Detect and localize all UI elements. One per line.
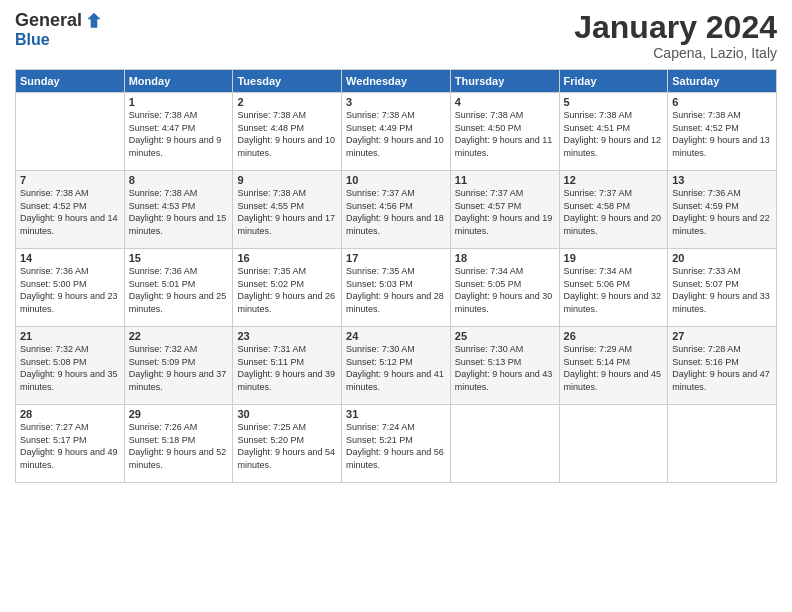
day-number: 29 xyxy=(129,408,229,420)
header: General Blue January 2024 Capena, Lazio,… xyxy=(15,10,777,61)
day-number: 16 xyxy=(237,252,337,264)
day-number: 17 xyxy=(346,252,446,264)
day-info: Sunrise: 7:38 AMSunset: 4:53 PMDaylight:… xyxy=(129,187,229,237)
day-info: Sunrise: 7:32 AMSunset: 5:08 PMDaylight:… xyxy=(20,343,120,393)
day-number: 10 xyxy=(346,174,446,186)
day-cell: 28Sunrise: 7:27 AMSunset: 5:17 PMDayligh… xyxy=(16,405,125,483)
week-row-4: 28Sunrise: 7:27 AMSunset: 5:17 PMDayligh… xyxy=(16,405,777,483)
day-info: Sunrise: 7:37 AMSunset: 4:57 PMDaylight:… xyxy=(455,187,555,237)
day-number: 6 xyxy=(672,96,772,108)
day-cell: 19Sunrise: 7:34 AMSunset: 5:06 PMDayligh… xyxy=(559,249,668,327)
day-cell: 27Sunrise: 7:28 AMSunset: 5:16 PMDayligh… xyxy=(668,327,777,405)
logo-general: General xyxy=(15,10,82,31)
day-info: Sunrise: 7:36 AMSunset: 5:00 PMDaylight:… xyxy=(20,265,120,315)
day-cell: 3Sunrise: 7:38 AMSunset: 4:49 PMDaylight… xyxy=(342,93,451,171)
month-title: January 2024 xyxy=(574,10,777,45)
day-info: Sunrise: 7:28 AMSunset: 5:16 PMDaylight:… xyxy=(672,343,772,393)
day-cell: 14Sunrise: 7:36 AMSunset: 5:00 PMDayligh… xyxy=(16,249,125,327)
header-saturday: Saturday xyxy=(668,70,777,93)
header-row: Sunday Monday Tuesday Wednesday Thursday… xyxy=(16,70,777,93)
day-info: Sunrise: 7:38 AMSunset: 4:49 PMDaylight:… xyxy=(346,109,446,159)
day-info: Sunrise: 7:34 AMSunset: 5:05 PMDaylight:… xyxy=(455,265,555,315)
day-cell: 17Sunrise: 7:35 AMSunset: 5:03 PMDayligh… xyxy=(342,249,451,327)
calendar-table: Sunday Monday Tuesday Wednesday Thursday… xyxy=(15,69,777,483)
day-number: 2 xyxy=(237,96,337,108)
header-tuesday: Tuesday xyxy=(233,70,342,93)
day-number: 27 xyxy=(672,330,772,342)
day-cell: 22Sunrise: 7:32 AMSunset: 5:09 PMDayligh… xyxy=(124,327,233,405)
day-cell: 29Sunrise: 7:26 AMSunset: 5:18 PMDayligh… xyxy=(124,405,233,483)
location: Capena, Lazio, Italy xyxy=(574,45,777,61)
day-cell: 9Sunrise: 7:38 AMSunset: 4:55 PMDaylight… xyxy=(233,171,342,249)
day-cell: 4Sunrise: 7:38 AMSunset: 4:50 PMDaylight… xyxy=(450,93,559,171)
day-number: 31 xyxy=(346,408,446,420)
day-info: Sunrise: 7:38 AMSunset: 4:52 PMDaylight:… xyxy=(20,187,120,237)
day-number: 19 xyxy=(564,252,664,264)
day-cell: 1Sunrise: 7:38 AMSunset: 4:47 PMDaylight… xyxy=(124,93,233,171)
day-cell: 5Sunrise: 7:38 AMSunset: 4:51 PMDaylight… xyxy=(559,93,668,171)
day-info: Sunrise: 7:31 AMSunset: 5:11 PMDaylight:… xyxy=(237,343,337,393)
day-number: 1 xyxy=(129,96,229,108)
day-info: Sunrise: 7:29 AMSunset: 5:14 PMDaylight:… xyxy=(564,343,664,393)
day-cell: 18Sunrise: 7:34 AMSunset: 5:05 PMDayligh… xyxy=(450,249,559,327)
day-number: 25 xyxy=(455,330,555,342)
day-info: Sunrise: 7:35 AMSunset: 5:03 PMDaylight:… xyxy=(346,265,446,315)
day-cell: 11Sunrise: 7:37 AMSunset: 4:57 PMDayligh… xyxy=(450,171,559,249)
day-cell: 10Sunrise: 7:37 AMSunset: 4:56 PMDayligh… xyxy=(342,171,451,249)
day-cell: 13Sunrise: 7:36 AMSunset: 4:59 PMDayligh… xyxy=(668,171,777,249)
day-cell xyxy=(16,93,125,171)
title-area: January 2024 Capena, Lazio, Italy xyxy=(574,10,777,61)
logo-blue-text: Blue xyxy=(15,31,50,49)
day-cell: 26Sunrise: 7:29 AMSunset: 5:14 PMDayligh… xyxy=(559,327,668,405)
day-number: 28 xyxy=(20,408,120,420)
day-number: 21 xyxy=(20,330,120,342)
day-info: Sunrise: 7:30 AMSunset: 5:12 PMDaylight:… xyxy=(346,343,446,393)
day-number: 22 xyxy=(129,330,229,342)
day-cell xyxy=(450,405,559,483)
day-info: Sunrise: 7:34 AMSunset: 5:06 PMDaylight:… xyxy=(564,265,664,315)
day-cell xyxy=(668,405,777,483)
header-friday: Friday xyxy=(559,70,668,93)
day-info: Sunrise: 7:38 AMSunset: 4:55 PMDaylight:… xyxy=(237,187,337,237)
day-number: 30 xyxy=(237,408,337,420)
day-info: Sunrise: 7:30 AMSunset: 5:13 PMDaylight:… xyxy=(455,343,555,393)
day-info: Sunrise: 7:38 AMSunset: 4:47 PMDaylight:… xyxy=(129,109,229,159)
day-number: 26 xyxy=(564,330,664,342)
day-info: Sunrise: 7:33 AMSunset: 5:07 PMDaylight:… xyxy=(672,265,772,315)
day-number: 13 xyxy=(672,174,772,186)
header-sunday: Sunday xyxy=(16,70,125,93)
day-cell: 12Sunrise: 7:37 AMSunset: 4:58 PMDayligh… xyxy=(559,171,668,249)
day-info: Sunrise: 7:37 AMSunset: 4:56 PMDaylight:… xyxy=(346,187,446,237)
day-cell: 2Sunrise: 7:38 AMSunset: 4:48 PMDaylight… xyxy=(233,93,342,171)
week-row-1: 7Sunrise: 7:38 AMSunset: 4:52 PMDaylight… xyxy=(16,171,777,249)
day-number: 18 xyxy=(455,252,555,264)
day-info: Sunrise: 7:27 AMSunset: 5:17 PMDaylight:… xyxy=(20,421,120,471)
page: General Blue January 2024 Capena, Lazio,… xyxy=(0,0,792,612)
day-cell: 21Sunrise: 7:32 AMSunset: 5:08 PMDayligh… xyxy=(16,327,125,405)
day-number: 8 xyxy=(129,174,229,186)
header-thursday: Thursday xyxy=(450,70,559,93)
day-number: 9 xyxy=(237,174,337,186)
day-info: Sunrise: 7:26 AMSunset: 5:18 PMDaylight:… xyxy=(129,421,229,471)
day-info: Sunrise: 7:32 AMSunset: 5:09 PMDaylight:… xyxy=(129,343,229,393)
week-row-2: 14Sunrise: 7:36 AMSunset: 5:00 PMDayligh… xyxy=(16,249,777,327)
day-number: 24 xyxy=(346,330,446,342)
header-wednesday: Wednesday xyxy=(342,70,451,93)
day-cell: 16Sunrise: 7:35 AMSunset: 5:02 PMDayligh… xyxy=(233,249,342,327)
day-number: 23 xyxy=(237,330,337,342)
day-info: Sunrise: 7:38 AMSunset: 4:50 PMDaylight:… xyxy=(455,109,555,159)
day-info: Sunrise: 7:36 AMSunset: 5:01 PMDaylight:… xyxy=(129,265,229,315)
day-number: 12 xyxy=(564,174,664,186)
day-info: Sunrise: 7:24 AMSunset: 5:21 PMDaylight:… xyxy=(346,421,446,471)
day-cell: 23Sunrise: 7:31 AMSunset: 5:11 PMDayligh… xyxy=(233,327,342,405)
day-number: 3 xyxy=(346,96,446,108)
day-info: Sunrise: 7:35 AMSunset: 5:02 PMDaylight:… xyxy=(237,265,337,315)
day-cell: 31Sunrise: 7:24 AMSunset: 5:21 PMDayligh… xyxy=(342,405,451,483)
day-cell: 20Sunrise: 7:33 AMSunset: 5:07 PMDayligh… xyxy=(668,249,777,327)
day-info: Sunrise: 7:38 AMSunset: 4:48 PMDaylight:… xyxy=(237,109,337,159)
day-number: 15 xyxy=(129,252,229,264)
day-number: 5 xyxy=(564,96,664,108)
day-number: 7 xyxy=(20,174,120,186)
day-info: Sunrise: 7:36 AMSunset: 4:59 PMDaylight:… xyxy=(672,187,772,237)
day-number: 20 xyxy=(672,252,772,264)
